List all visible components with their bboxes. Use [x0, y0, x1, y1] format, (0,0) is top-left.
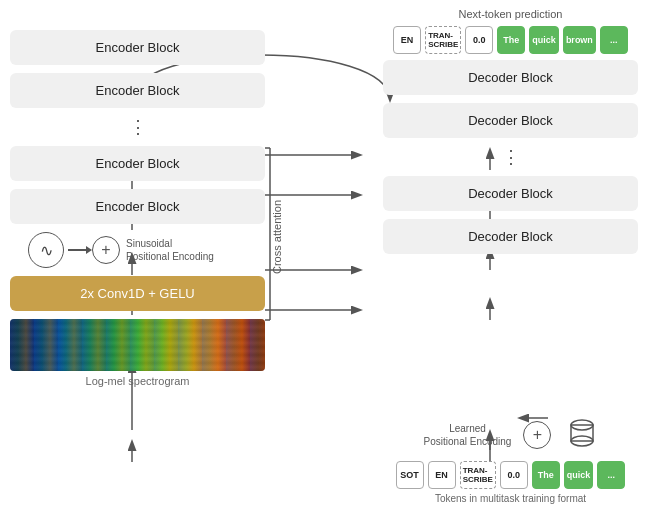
decoder-dots: ⋮ [383, 146, 638, 168]
spectrogram-visual [10, 319, 265, 371]
top-token-ellipsis: ... [600, 26, 628, 54]
diagram: Encoder Block Encoder Block ⋮ Encoder Bl… [0, 0, 648, 522]
bottom-token-quick: quick [564, 461, 594, 489]
top-token-brown: brown [563, 26, 596, 54]
encoder-block-1: Encoder Block [10, 30, 265, 65]
top-token-the: The [497, 26, 525, 54]
top-token-transcribe: TRAN-SCRIBE [425, 26, 461, 54]
bottom-token-transcribe: TRAN-SCRIBE [460, 461, 496, 489]
wave-to-plus-arrow [68, 249, 88, 251]
wave-icon: ∿ [40, 241, 53, 260]
bottom-token-sot: SOT [396, 461, 424, 489]
bottom-tokens-label: Tokens in multitask training format [383, 493, 638, 504]
spectrogram [10, 319, 265, 371]
bottom-token-en: EN [428, 461, 456, 489]
next-token-section: Next-token prediction EN TRAN-SCRIBE 0.0… [383, 8, 638, 54]
learned-pos-section: LearnedPositional Encoding + [383, 417, 638, 452]
cross-attention-label: Cross attention [271, 200, 283, 274]
cylinder-icon [567, 417, 597, 452]
next-token-label: Next-token prediction [383, 8, 638, 20]
encoder-block-3: Encoder Block [10, 146, 265, 181]
decoder-section: Decoder Block Decoder Block ⋮ Decoder Bl… [383, 60, 638, 262]
bottom-token-ellipsis: ... [597, 461, 625, 489]
spectrogram-label: Log-mel spectrogram [10, 375, 265, 387]
conv-block: 2x Conv1D + GELU [10, 276, 265, 311]
bottom-token-0: 0.0 [500, 461, 528, 489]
decoder-block-1: Decoder Block [383, 60, 638, 95]
top-token-row: EN TRAN-SCRIBE 0.0 The quick brown ... [383, 26, 638, 54]
decoder-block-2: Decoder Block [383, 103, 638, 138]
encoder-section: Encoder Block Encoder Block ⋮ Encoder Bl… [10, 30, 265, 387]
encoder-block-2: Encoder Block [10, 73, 265, 108]
top-token-0: 0.0 [465, 26, 493, 54]
learned-pos-label: LearnedPositional Encoding [424, 422, 512, 448]
learned-plus-circle: + [523, 421, 551, 449]
top-token-en: EN [393, 26, 421, 54]
decoder-block-4: Decoder Block [383, 219, 638, 254]
svg-rect-25 [571, 425, 593, 441]
top-token-quick: quick [529, 26, 559, 54]
bottom-tokens-section: SOT EN TRAN-SCRIBE 0.0 The quick ... Tok… [383, 461, 638, 504]
positional-plus: + [92, 236, 120, 264]
bottom-token-row: SOT EN TRAN-SCRIBE 0.0 The quick ... [383, 461, 638, 489]
wave-symbol-circle: ∿ [28, 232, 64, 268]
decoder-block-3: Decoder Block [383, 176, 638, 211]
encoder-block-4: Encoder Block [10, 189, 265, 224]
sinusoidal-row: ∿ + SinusoidalPositional Encoding [10, 232, 265, 268]
encoder-dots: ⋮ [10, 116, 265, 138]
sinusoidal-label: SinusoidalPositional Encoding [126, 237, 214, 263]
bottom-token-the: The [532, 461, 560, 489]
